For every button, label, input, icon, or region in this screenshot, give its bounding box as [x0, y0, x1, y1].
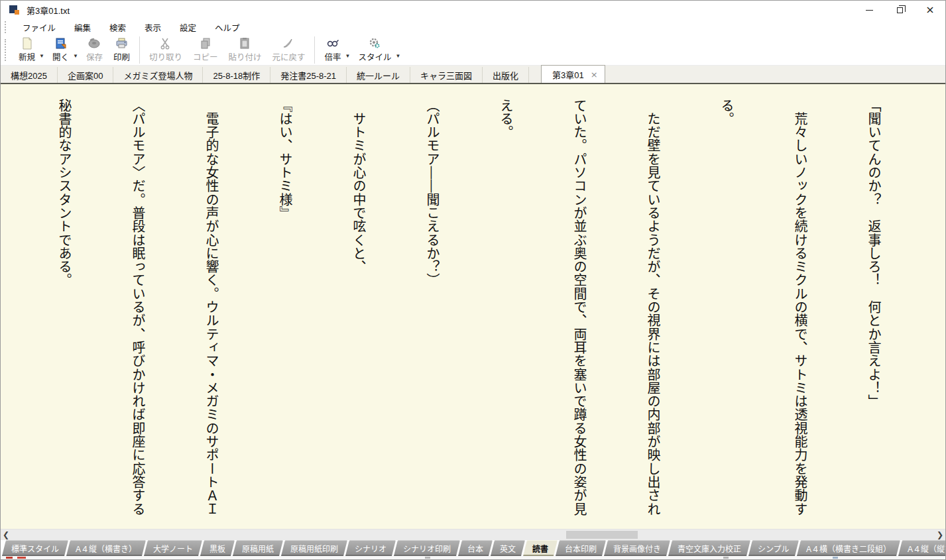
style-tab-daihon-print[interactable]: 台本印刷: [556, 540, 606, 556]
style-tab-aozora-kousei[interactable]: 青空文庫入力校正: [668, 540, 750, 556]
taskbar-icon-fragment: [723, 557, 729, 559]
undo-button-label: 元に戻す: [272, 50, 305, 63]
print-button[interactable]: 印刷: [108, 35, 135, 65]
copy-icon: [200, 36, 211, 50]
doc-tab-touitsu-rule[interactable]: 統一ルール: [347, 67, 410, 83]
doc-tab-25-8-18-seisaku[interactable]: 25-8-18制作: [203, 67, 270, 83]
style-tab-a4-tate-yokogaki[interactable]: A４縦（横書き）: [66, 540, 146, 556]
vertical-text-flow: 「聞いてんのか？ 返事しろ！ 何とか言えよ！」 荒々しいノックを続けるミクルの横…: [1, 99, 935, 529]
open-button-label: 開く: [52, 50, 69, 63]
undo-quill-icon: [282, 36, 295, 50]
new-button-label: 新規: [19, 50, 35, 63]
style-tab-a4-tate-sandan[interactable]: A４縦（縦書き三段組）: [898, 540, 945, 556]
menu-edit[interactable]: 編集: [65, 19, 100, 36]
minimize-button[interactable]: [854, 1, 884, 19]
style-tab-daihon[interactable]: 台本: [458, 540, 493, 556]
cut-button-label: 切り取り: [149, 50, 182, 63]
doc-tab-kousou2025[interactable]: 構想2025: [1, 67, 58, 83]
style-tab-eibun[interactable]: 英文: [491, 540, 525, 556]
style-tab-bar: 標準スタイル A４縦（横書き） 大学ノート 黒板 原稿用紙 原稿用紙印刷 シナリ…: [1, 540, 945, 556]
style-tab-scenario[interactable]: シナリオ: [345, 540, 396, 556]
style-gear-icon: [368, 36, 381, 50]
taskbar-icon-fragment: [17, 557, 26, 559]
toolbar: 新規 ▼ 開く ▼ 保存 印刷 切り取り: [1, 35, 945, 66]
copy-button-label: コピー: [193, 50, 218, 63]
text-column: サトミが心の中で呟くと、: [346, 99, 371, 529]
menu-bar: ファイル 編集 検索 表示 設定 ヘルプ: [1, 19, 945, 35]
taskbar-icon-fragment: [833, 557, 838, 559]
style-tab-kokuban[interactable]: 黒板: [200, 540, 235, 556]
scissors-icon: [160, 36, 172, 50]
close-button[interactable]: ×: [915, 1, 945, 19]
scrollbar-thumb[interactable]: [566, 531, 638, 539]
window-title: 第3章01.txt: [27, 4, 70, 17]
horizontal-scrollbar[interactable]: ❮ ❯: [1, 529, 945, 540]
doc-tab-chara-sanmenzu[interactable]: キャラ三面図: [410, 67, 483, 83]
printer-icon: [115, 36, 128, 50]
style-tab-a4-yoko-nidan[interactable]: A４横（横書き二段組）: [797, 540, 900, 556]
style-button-label: スタイル: [358, 50, 391, 63]
save-disk-icon: [88, 36, 101, 50]
style-tab-genkoyoshi[interactable]: 原稿用紙: [233, 540, 283, 556]
restore-icon: [897, 7, 903, 13]
save-button-label: 保存: [86, 50, 103, 63]
text-column: 『はい、サトミ様』: [272, 99, 297, 529]
text-column: る。: [714, 99, 739, 529]
taskbar-sliver: [1, 556, 945, 559]
close-icon: ×: [925, 5, 934, 15]
taskbar-icon-fragment: [425, 557, 430, 559]
paste-button[interactable]: 貼り付け: [223, 35, 266, 65]
menu-gripper: [5, 21, 8, 34]
text-editor-area[interactable]: 「聞いてんのか？ 返事しろ！ 何とか言えよ！」 荒々しいノックを続けるミクルの横…: [1, 84, 945, 529]
menu-search[interactable]: 検索: [100, 19, 135, 36]
paste-clipboard-icon: [239, 36, 250, 50]
doc-tab-chapter3-active[interactable]: 第3章01 ×: [541, 65, 605, 83]
style-button[interactable]: スタイル: [353, 35, 396, 65]
minimize-icon: [866, 10, 873, 11]
doc-tab-megamizu-characters[interactable]: メガミズ登場人物: [113, 67, 203, 83]
restore-button[interactable]: [884, 1, 915, 19]
style-tab-simple[interactable]: シンプル: [748, 540, 799, 556]
style-tab-dokusho-active[interactable]: 読書: [523, 540, 558, 556]
print-button-label: 印刷: [113, 50, 130, 63]
tab-close-icon[interactable]: ×: [591, 70, 598, 80]
style-tab-haikei-gazou[interactable]: 背景画像付き: [604, 540, 670, 556]
menu-help[interactable]: ヘルプ: [206, 19, 249, 36]
app-icon: [9, 5, 21, 15]
text-column: える。: [493, 99, 518, 529]
text-column: ただ壁を見ているようだが、その視界には部屋の内部が映し出され: [640, 99, 665, 529]
menu-settings[interactable]: 設定: [170, 19, 206, 36]
new-button[interactable]: 新規: [13, 35, 40, 65]
doc-tab-shuppanka[interactable]: 出版化: [483, 67, 529, 83]
save-button[interactable]: 保存: [81, 35, 108, 65]
copy-button[interactable]: コピー: [188, 35, 223, 65]
scroll-left-arrow-icon[interactable]: ❮: [1, 530, 11, 540]
text-column: （パルモア――聞こえるか？）: [420, 99, 444, 529]
open-button[interactable]: 開く: [47, 35, 74, 65]
undo-button[interactable]: 元に戻す: [266, 35, 310, 65]
zoom-ratio-label: 倍率: [324, 50, 341, 63]
text-column: 〈パルモア〉だ。普段は眠っているが、呼びかければ即座に応答する: [125, 99, 150, 529]
menu-file[interactable]: ファイル: [13, 19, 65, 36]
opera-glasses-icon: [326, 36, 339, 50]
toolbar-separator: [139, 36, 140, 64]
style-tab-daigaku-note[interactable]: 大学ノート: [144, 540, 202, 556]
new-document-icon: [22, 36, 32, 50]
cut-button[interactable]: 切り取り: [144, 35, 188, 65]
taskbar-icon-fragment: [6, 557, 13, 559]
doc-tab-kikakuan00[interactable]: 企画案00: [58, 67, 113, 83]
text-column: 電子的な女性の声が心に響く。ウルティマ・メガミのサポートＡＩ: [199, 99, 223, 529]
doc-tab-hatchusho[interactable]: 発注書25-8-21: [270, 67, 347, 83]
style-tab-genkoyoshi-print[interactable]: 原稿用紙印刷: [281, 540, 347, 556]
open-folder-icon: [54, 36, 66, 50]
scroll-right-arrow-icon[interactable]: ❯: [935, 530, 945, 540]
text-column: 荒々しいノックを続けるミクルの横で、サトミは透視能力を発動す: [788, 99, 812, 529]
document-tab-bar: 構想2025 企画案00 メガミズ登場人物 25-8-18制作 発注書25-8-…: [1, 66, 945, 84]
zoom-ratio-button[interactable]: 倍率: [319, 35, 346, 65]
paste-button-label: 貼り付け: [228, 50, 261, 63]
style-tab-scenario-print[interactable]: シナリオ印刷: [394, 540, 460, 556]
app-window: 第3章01.txt × ファイル 編集 検索 表示 設定 ヘルプ 新規 ▼: [0, 0, 946, 560]
toolbar-separator: [314, 36, 315, 64]
menu-view[interactable]: 表示: [135, 19, 170, 36]
style-tab-standard[interactable]: 標準スタイル: [2, 540, 68, 556]
